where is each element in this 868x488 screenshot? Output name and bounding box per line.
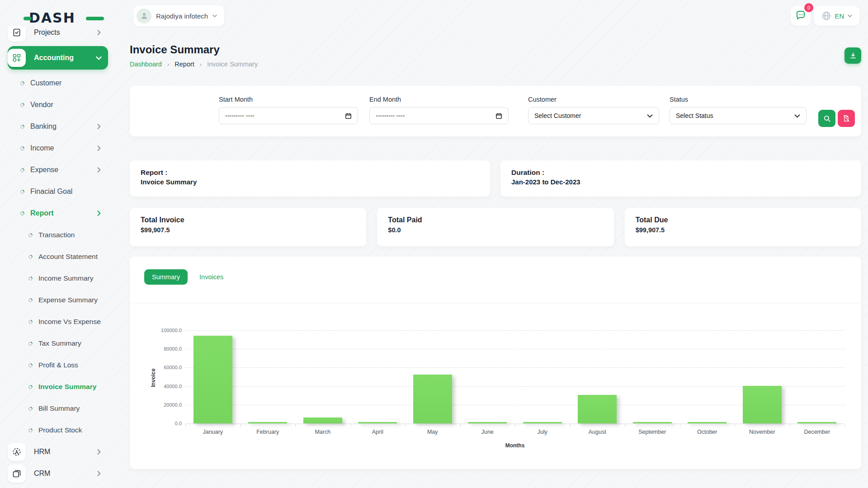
x-axis-tick	[460, 424, 461, 427]
tab-invoices[interactable]: Invoices	[199, 273, 223, 281]
status-select[interactable]: Select Status	[670, 107, 807, 124]
workspace-avatar	[137, 9, 151, 23]
chevron-right-icon	[96, 30, 102, 35]
sidebar-item-product-stock[interactable]: Product Stock	[8, 419, 108, 441]
y-tick-label: 0.0	[175, 421, 182, 426]
bar-november[interactable]	[743, 386, 782, 423]
end-month-label: End Month	[369, 96, 509, 103]
sidebar-item-income-summary[interactable]: Income Summary	[8, 267, 108, 289]
sidebar-item-finacial-goal[interactable]: Finacial Goal	[8, 181, 108, 202]
download-button[interactable]	[844, 47, 861, 64]
end-month-value: --------- ----	[376, 112, 405, 119]
sidebar-item-tax-summary[interactable]: Tax Summary	[8, 333, 108, 354]
bar-june[interactable]	[468, 422, 507, 423]
bullet-ring-icon	[28, 341, 33, 347]
sidebar-item-report[interactable]: Report	[8, 202, 108, 224]
sidebar-item-expense-summary[interactable]: Expense Summary	[8, 289, 108, 311]
start-month-field: Start Month --------- ----	[219, 96, 358, 124]
logo-accent-right	[86, 17, 104, 20]
breadcrumb-dashboard[interactable]: Dashboard	[130, 61, 162, 68]
bar-september[interactable]	[633, 422, 672, 423]
sidebar-item-income[interactable]: Income	[8, 137, 108, 159]
sidebar: ProjectsAccountingCustomerVendorBankingI…	[0, 26, 118, 488]
start-month-input[interactable]: --------- ----	[219, 107, 358, 124]
bullet-ring-icon	[19, 145, 25, 151]
end-month-input[interactable]: --------- ----	[369, 107, 509, 124]
breadcrumb-report[interactable]: Report	[175, 61, 194, 68]
sidebar-item-expense[interactable]: Expense	[8, 159, 108, 181]
bar-july[interactable]	[523, 422, 562, 423]
x-tick-label: April	[350, 429, 405, 435]
chevron-right-icon	[96, 449, 102, 455]
total-paid-card: Total Paid $0.0	[377, 208, 613, 246]
bar-slot-january	[185, 330, 241, 423]
bar-january[interactable]	[193, 336, 232, 423]
divider	[130, 303, 861, 303]
sidebar-item-label: Accounting	[34, 54, 74, 62]
bullet-ring-icon	[19, 189, 25, 195]
page-title: Invoice Summary	[130, 43, 220, 56]
bar-april[interactable]	[358, 422, 397, 423]
logo-accent-left	[24, 17, 32, 20]
sidebar-item-income-vs-expense[interactable]: Income Vs Expense	[8, 311, 108, 333]
bullet-ring-icon	[28, 254, 33, 260]
duration-value: Jan-2023 to Dec-2023	[511, 178, 850, 186]
bullet-ring-icon	[28, 362, 33, 368]
reset-filter-button[interactable]	[838, 110, 855, 127]
invoice-chart-card: Summary Invoices Invoice Months 0.020000…	[130, 257, 861, 469]
apply-filter-button[interactable]	[818, 110, 835, 127]
sidebar-item-label: Report	[30, 209, 54, 217]
x-tick-label: October	[680, 429, 734, 435]
filter-panel: Start Month --------- ---- End Month ---…	[130, 86, 861, 136]
sidebar-item-label: CRM	[34, 469, 50, 478]
y-tick-label: 20000.0	[164, 402, 182, 408]
chevron-down-icon	[848, 14, 852, 18]
x-tick-label: January	[186, 429, 240, 435]
brand-logo[interactable]: DASH	[29, 10, 92, 26]
workspace-switcher[interactable]: Rajodiya infotech	[133, 5, 224, 26]
sidebar-item-crm[interactable]: CRM	[8, 463, 108, 484]
messages-button[interactable]: 0	[791, 6, 811, 26]
bar-slot-march	[295, 330, 350, 423]
y-tick-label: 40000.0	[164, 384, 182, 389]
bar-march[interactable]	[303, 418, 342, 423]
x-axis-tick	[185, 424, 186, 427]
chat-bubble-icon	[795, 10, 806, 21]
sidebar-item-account-statement[interactable]: Account Statement	[8, 246, 108, 267]
bar-february[interactable]	[248, 422, 287, 423]
bar-slot-september	[625, 330, 680, 423]
x-axis-tick	[625, 424, 625, 427]
sidebar-item-banking[interactable]: Banking	[8, 116, 108, 137]
bullet-ring-icon	[28, 276, 33, 282]
sidebar-item-invoice-summary[interactable]: Invoice Summary	[8, 376, 108, 398]
bar-slot-may	[405, 330, 460, 423]
sidebar-item-label: Profit & Loss	[38, 361, 78, 369]
sidebar-item-profit-loss[interactable]: Profit & Loss	[8, 354, 108, 376]
workspace-name: Rajodiya infotech	[156, 12, 208, 20]
bar-chart: Invoice Months 0.020000.040000.060000.08…	[185, 330, 844, 423]
y-tick-label: 60000.0	[164, 365, 182, 370]
bar-october[interactable]	[688, 422, 726, 423]
bullet-ring-icon	[19, 124, 25, 130]
bar-december[interactable]	[797, 422, 836, 423]
sidebar-item-label: Expense	[30, 166, 58, 174]
bar-may[interactable]	[413, 375, 452, 423]
sidebar-item-label: Tax Summary	[38, 339, 81, 347]
person-target-icon	[8, 443, 26, 461]
language-selector[interactable]: EN	[814, 6, 859, 26]
bullet-ring-icon	[19, 211, 25, 216]
sidebar-item-transaction[interactable]: Transaction	[8, 224, 108, 246]
sidebar-item-vendor[interactable]: Vendor	[8, 94, 108, 116]
sidebar-item-projects[interactable]: Projects	[8, 26, 108, 43]
sidebar-item-bill-summary[interactable]: Bill Summary	[8, 398, 108, 419]
chevron-down-icon	[794, 113, 800, 119]
x-tick-label: November	[735, 429, 789, 435]
tab-summary[interactable]: Summary	[144, 269, 188, 285]
sidebar-item-customer[interactable]: Customer	[8, 72, 108, 94]
sidebar-item-hrm[interactable]: HRM	[8, 441, 108, 463]
sidebar-item-accounting[interactable]: Accounting	[8, 46, 108, 70]
customer-select[interactable]: Select Customer	[528, 107, 659, 124]
chevron-down-icon	[212, 14, 217, 18]
bar-august[interactable]	[578, 395, 617, 423]
clipboard-check-icon	[8, 26, 26, 42]
